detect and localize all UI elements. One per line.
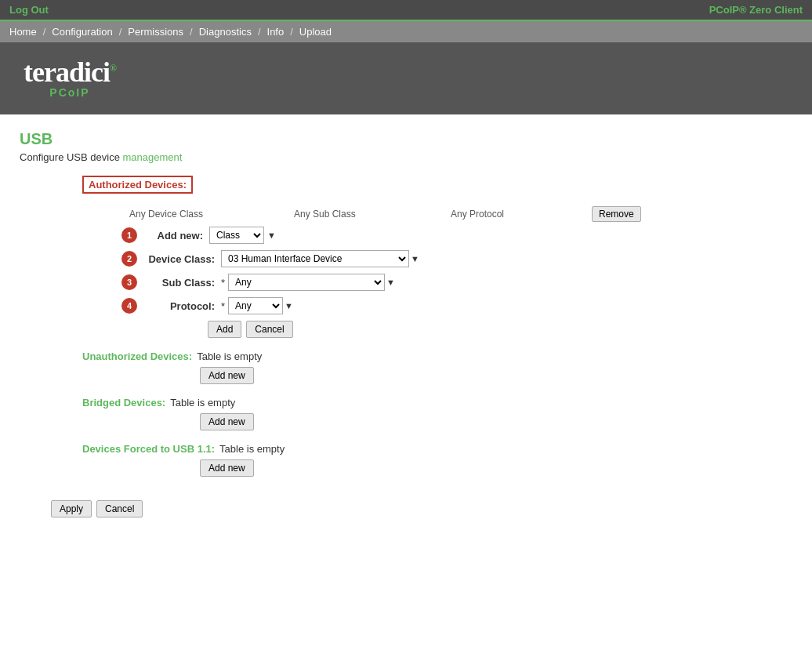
col-sub-class-header: Any Sub Class bbox=[294, 209, 451, 220]
step-3-badge: 3 bbox=[121, 274, 137, 290]
product-title: PCoIP® Zero Client bbox=[709, 4, 803, 16]
add-new-label: Add new: bbox=[140, 230, 203, 241]
step-2-badge: 2 bbox=[121, 251, 137, 267]
cancel-device-button[interactable]: Cancel bbox=[246, 321, 292, 338]
bottom-buttons: Apply Cancel bbox=[51, 500, 792, 517]
sub-class-label: Sub Class: bbox=[140, 277, 215, 289]
apply-button[interactable]: Apply bbox=[51, 500, 92, 517]
protocol-select[interactable]: Any bbox=[228, 297, 283, 314]
sub-class-star: * bbox=[221, 277, 225, 289]
step-1-badge: 1 bbox=[121, 227, 137, 243]
nav-info[interactable]: Info bbox=[267, 26, 285, 38]
nav-bar: Home / Configuration / Permissions / Dia… bbox=[0, 21, 812, 42]
unauthorized-add-new-button[interactable]: Add new bbox=[200, 367, 254, 384]
logo-name: teradici® bbox=[24, 58, 116, 86]
bridged-add-new-button[interactable]: Add new bbox=[200, 413, 254, 430]
protocol-label: Protocol: bbox=[140, 300, 215, 312]
sub-class-select[interactable]: Any Boot Interface Subclass bbox=[228, 274, 385, 291]
bridged-label: Bridged Devices: bbox=[82, 397, 165, 409]
logo-sub: PCoIP bbox=[24, 86, 116, 99]
protocol-arrow: ▼ bbox=[285, 301, 293, 310]
unauthorized-devices-section: Unauthorized Devices: Table is empty Add… bbox=[20, 350, 792, 384]
add-new-dropdown-arrow: ▼ bbox=[267, 231, 276, 240]
bridged-devices-section: Bridged Devices: Table is empty Add new bbox=[20, 397, 792, 430]
logout-link[interactable]: Log Out bbox=[9, 4, 49, 16]
nav-sep-2: / bbox=[119, 26, 122, 38]
authorized-devices-section: Authorized Devices: Any Device Class Any… bbox=[20, 176, 792, 338]
col-protocol-header: Any Protocol bbox=[451, 209, 592, 220]
nav-permissions[interactable]: Permissions bbox=[128, 26, 183, 38]
sub-class-arrow: ▼ bbox=[386, 278, 395, 287]
step-4-badge: 4 bbox=[121, 298, 137, 314]
remove-button[interactable]: Remove bbox=[592, 206, 641, 222]
management-link[interactable]: management bbox=[123, 151, 183, 163]
logo-area: teradici® PCoIP bbox=[0, 42, 812, 114]
forced-add-new-button[interactable]: Add new bbox=[200, 459, 254, 477]
nav-home[interactable]: Home bbox=[9, 26, 37, 38]
nav-diagnostics[interactable]: Diagnostics bbox=[199, 26, 252, 38]
nav-sep-5: / bbox=[290, 26, 293, 38]
add-device-button[interactable]: Add bbox=[208, 321, 241, 338]
col-device-class-header: Any Device Class bbox=[129, 209, 294, 220]
bridged-empty: Table is empty bbox=[170, 397, 235, 409]
forced-usb-empty: Table is empty bbox=[219, 443, 285, 455]
nav-sep-3: / bbox=[190, 26, 193, 38]
page-title: USB bbox=[20, 130, 792, 148]
logo-registered: ® bbox=[110, 63, 116, 74]
add-new-select[interactable]: Class Vendor bbox=[209, 227, 264, 244]
forced-usb-section: Devices Forced to USB 1.1: Table is empt… bbox=[20, 443, 792, 477]
page-description: Configure USB device management bbox=[20, 151, 792, 163]
top-bar: Log Out PCoIP® Zero Client bbox=[0, 0, 812, 21]
forced-usb-label: Devices Forced to USB 1.1: bbox=[82, 443, 215, 455]
nav-upload[interactable]: Upload bbox=[299, 26, 332, 38]
logo-block: teradici® PCoIP bbox=[24, 58, 116, 99]
unauthorized-label: Unauthorized Devices: bbox=[82, 350, 192, 362]
authorized-devices-label: Authorized Devices: bbox=[82, 176, 193, 194]
nav-sep-1: / bbox=[43, 26, 46, 38]
nav-configuration[interactable]: Configuration bbox=[52, 26, 112, 38]
main-content: USB Configure USB device management Auth… bbox=[0, 114, 812, 533]
device-class-label: Device Class: bbox=[140, 253, 215, 265]
cancel-button[interactable]: Cancel bbox=[96, 500, 143, 517]
protocol-star: * bbox=[221, 300, 225, 312]
unauthorized-empty: Table is empty bbox=[197, 350, 262, 362]
nav-sep-4: / bbox=[258, 26, 261, 38]
device-class-select[interactable]: 03 Human Interface Device 01 Audio 02 Co… bbox=[221, 250, 409, 267]
device-class-arrow: ▼ bbox=[411, 254, 419, 263]
